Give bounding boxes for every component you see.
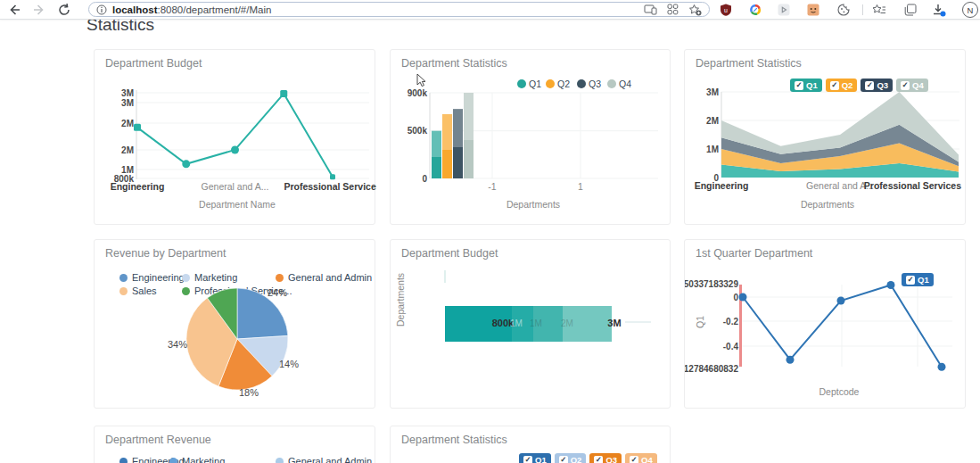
- department-statistics-area-chart[interactable]: 3M2M1M0EngineeringGeneral and A...Profes…: [685, 50, 967, 226]
- legend-item-marketing[interactable]: Marketing: [169, 456, 225, 463]
- avatar-extension-icon[interactable]: [806, 3, 820, 17]
- url-text[interactable]: localhost:8080/department/#/Main: [112, 4, 271, 15]
- collections-icon[interactable]: [903, 3, 918, 17]
- svg-text:24%: 24%: [268, 287, 287, 298]
- card-first-quarter-department: 1st Quarter Department ✓Q1 503371833290-…: [684, 239, 966, 409]
- svg-text:Q1: Q1: [529, 79, 541, 89]
- checkbox-icon: ✓: [795, 81, 803, 90]
- legend-toggle-q1[interactable]: ✓Q1: [519, 453, 551, 463]
- legend-toggle-q3[interactable]: ✓Q3: [861, 79, 893, 92]
- checkbox-icon: ✓: [906, 276, 915, 285]
- card-department-revenue: Department Revenue EngineeringMarketingG…: [94, 426, 375, 463]
- card-department-statistics-area: Department Statistics ✓Q1✓Q2✓Q3✓Q4 3M2M1…: [684, 49, 966, 225]
- revenue-pie-chart[interactable]: 24%14%18%34%: [95, 240, 376, 409]
- ublock-extension-icon[interactable]: u: [719, 3, 733, 17]
- legend-toggle-q1[interactable]: ✓Q1: [902, 273, 934, 286]
- add-favorite-icon[interactable]: [688, 4, 702, 16]
- svg-text:-1: -1: [488, 181, 496, 192]
- svg-text:Q1: Q1: [695, 316, 705, 328]
- svg-text:900k: 900k: [408, 88, 428, 98]
- forward-icon[interactable]: [30, 1, 48, 19]
- refresh-icon[interactable]: [55, 1, 73, 19]
- checkbox-icon: ✓: [523, 456, 532, 463]
- svg-text:Departments: Departments: [506, 199, 560, 210]
- legend-dot: [276, 458, 284, 463]
- play-extension-icon[interactable]: [777, 3, 791, 17]
- cookie-extension-icon[interactable]: [836, 3, 851, 17]
- legend-toggle-q4[interactable]: ✓Q4: [896, 79, 928, 92]
- address-bar[interactable]: localhost:8080/department/#/Main: [88, 2, 710, 17]
- checkbox-icon: ✓: [594, 456, 603, 463]
- svg-text:0: 0: [733, 293, 738, 302]
- card-title: Department Statistics: [401, 434, 507, 446]
- department-statistics-bar-chart[interactable]: 900k500k0-11Q1Q2Q3Q4Departments: [391, 50, 671, 226]
- checkbox-icon: ✓: [630, 456, 638, 463]
- svg-text:Q2: Q2: [557, 79, 570, 89]
- legend-dot: [119, 458, 128, 463]
- svg-text:Q4: Q4: [619, 79, 631, 89]
- first-quarter-line-chart[interactable]: 503371833290-0.2-0.412784680832Q1Deptcod…: [685, 240, 967, 409]
- profile-avatar[interactable]: N: [960, 1, 980, 19]
- svg-text:3M: 3M: [121, 98, 134, 108]
- svg-text:Engineering: Engineering: [111, 181, 165, 192]
- legend-dot: [169, 458, 177, 463]
- card-department-statistics-bottom: Department Statistics ✓Q1✓Q2✓Q3✓Q4: [390, 426, 671, 463]
- svg-text:1M: 1M: [530, 318, 542, 328]
- apps-grid-icon[interactable]: [667, 4, 679, 15]
- svg-text:2M: 2M: [706, 116, 719, 126]
- legend-toggle-q4[interactable]: ✓Q4: [625, 453, 657, 463]
- svg-text:u: u: [724, 7, 728, 13]
- legend-item-general-and-admin[interactable]: General and Admin: [276, 456, 372, 463]
- mouse-cursor: [417, 74, 425, 87]
- svg-text:1M: 1M: [510, 318, 523, 328]
- svg-text:Departments: Departments: [395, 273, 406, 327]
- svg-text:-0.4: -0.4: [723, 342, 739, 351]
- google-extension-icon[interactable]: [748, 3, 762, 17]
- department-budget-horizontal-bar-chart[interactable]: Departments800k1M1M2M3M: [391, 240, 671, 409]
- card-revenue-by-department: Revenue by Department EngineeringMarketi…: [94, 239, 375, 409]
- toolbar-separator: [862, 4, 863, 15]
- send-to-device-icon[interactable]: [644, 4, 657, 15]
- back-icon[interactable]: [5, 1, 23, 19]
- card-title: Department Revenue: [105, 434, 211, 446]
- svg-text:Q3: Q3: [589, 79, 601, 89]
- svg-text:Professional Services: Professional Services: [864, 180, 961, 191]
- favorites-icon[interactable]: [872, 3, 886, 17]
- svg-text:2M: 2M: [121, 119, 134, 128]
- q1-legend-button-row: ✓Q1: [902, 273, 934, 286]
- legend-toggle-q2[interactable]: ✓Q2: [555, 453, 587, 463]
- svg-text:18%: 18%: [239, 387, 259, 398]
- svg-text:34%: 34%: [168, 339, 187, 350]
- browser-toolbar: localhost:8080/department/#/Main u: [0, 0, 980, 20]
- legend-toggle-q2[interactable]: ✓Q2: [826, 79, 858, 92]
- svg-text:50337183329: 50337183329: [685, 279, 738, 289]
- svg-text:Departments: Departments: [801, 199, 854, 210]
- card-department-statistics-bar: Department Statistics 900k500k0-11Q1Q2Q3…: [390, 49, 671, 225]
- legend-toggle-q1[interactable]: ✓Q1: [790, 79, 822, 92]
- checkbox-icon: ✓: [901, 81, 910, 90]
- downloads-icon[interactable]: [932, 3, 946, 17]
- svg-text:12784680832: 12784680832: [685, 364, 738, 374]
- department-budget-line-chart[interactable]: 3M3M2M2M1M800kEngineeringGeneral and A..…: [95, 50, 376, 226]
- svg-text:2M: 2M: [561, 318, 573, 328]
- svg-text:Engineering: Engineering: [695, 180, 749, 191]
- url-host: localhost: [112, 4, 157, 15]
- svg-text:3M: 3M: [607, 318, 621, 328]
- svg-text:2M: 2M: [121, 145, 134, 155]
- svg-text:3M: 3M: [121, 88, 134, 98]
- svg-text:Department Name: Department Name: [199, 199, 276, 210]
- browser-window: localhost:8080/department/#/Main u: [0, 0, 980, 463]
- svg-text:Deptcode: Deptcode: [819, 386, 860, 397]
- card-department-budget-line: Department Budget 3M3M2M2M1M800kEngineer…: [94, 49, 375, 225]
- checkbox-icon: ✓: [559, 456, 568, 463]
- svg-text:1: 1: [578, 181, 583, 192]
- card-department-budget-hbar: Department Budget Departments800k1M1M2M3…: [390, 239, 671, 409]
- svg-text:14%: 14%: [279, 359, 299, 369]
- legend-toggle-q3[interactable]: ✓Q3: [589, 453, 622, 463]
- svg-text:N: N: [968, 5, 974, 15]
- bottom-legend-buttons: ✓Q1✓Q2✓Q3✓Q4: [519, 453, 657, 463]
- svg-text:-0.2: -0.2: [723, 317, 739, 327]
- checkbox-icon: ✓: [830, 81, 839, 90]
- svg-text:General and A...: General and A...: [202, 181, 269, 192]
- page-info-icon[interactable]: [96, 4, 107, 15]
